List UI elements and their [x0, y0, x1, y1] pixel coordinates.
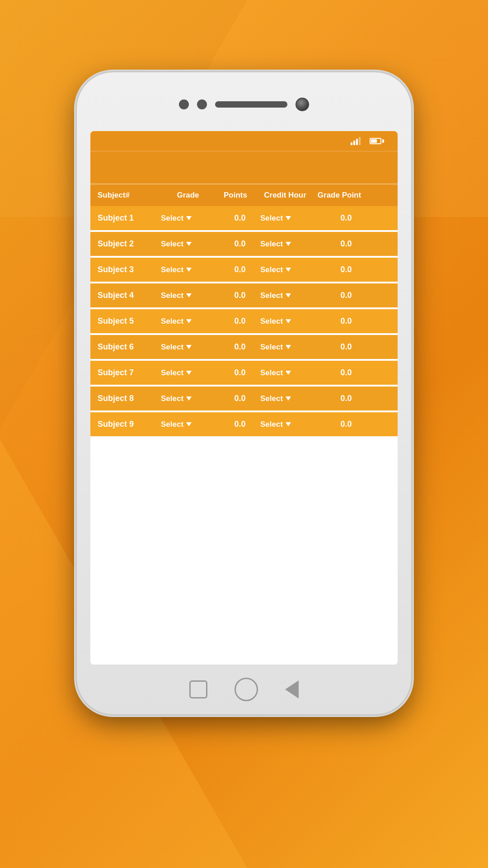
subject-label: Subject 3	[98, 265, 161, 274]
credit-select[interactable]: Select	[260, 420, 324, 429]
grade-point-value: 0.0	[324, 342, 369, 352]
table-row: Subject 9 Select 0.0 Select 0.0	[90, 412, 398, 438]
credit-select-label: Select	[260, 343, 283, 352]
credit-select[interactable]: Select	[260, 214, 324, 223]
grade-dropdown-arrow	[186, 371, 192, 375]
speaker-grille	[215, 101, 287, 108]
grade-dropdown-arrow	[186, 396, 192, 401]
signal-icon	[351, 137, 361, 145]
col-header-credit: Credit Hour	[256, 191, 314, 200]
grade-point-value: 0.0	[324, 239, 369, 249]
points-value: 0.0	[220, 265, 260, 274]
points-value: 0.0	[220, 420, 260, 429]
table-row: Subject 6 Select 0.0 Select 0.0	[90, 335, 398, 361]
credit-dropdown-arrow	[286, 293, 291, 297]
grade-dropdown-arrow	[186, 319, 192, 323]
grade-select-label: Select	[161, 420, 183, 429]
credit-select-label: Select	[260, 214, 283, 223]
front-camera	[296, 98, 309, 111]
grade-select[interactable]: Select	[161, 214, 220, 223]
phone-screen: Subject# Grade Points Credit Hour Grade …	[90, 131, 398, 665]
grade-dropdown-arrow	[186, 268, 192, 272]
subject-label: Subject 1	[98, 213, 161, 223]
credit-select-label: Select	[260, 291, 283, 300]
grade-point-value: 0.0	[324, 291, 369, 300]
subject-label: Subject 4	[98, 291, 161, 300]
credit-select[interactable]: Select	[260, 343, 324, 352]
points-value: 0.0	[220, 342, 260, 352]
battery-body	[370, 138, 381, 144]
grade-point-value: 0.0	[324, 265, 369, 274]
subject-label: Subject 2	[98, 239, 161, 249]
points-value: 0.0	[220, 316, 260, 326]
grade-select-label: Select	[161, 394, 183, 403]
table-row: Subject 1 Select 0.0 Select 0.0	[90, 206, 398, 232]
credit-dropdown-arrow	[286, 422, 291, 426]
credit-select-label: Select	[260, 394, 283, 403]
credit-select[interactable]: Select	[260, 317, 324, 326]
signal-bar-3	[356, 139, 358, 145]
points-value: 0.0	[220, 291, 260, 300]
table-row: Subject 2 Select 0.0 Select 0.0	[90, 232, 398, 258]
nav-back-button[interactable]	[285, 680, 299, 698]
grade-point-value: 0.0	[324, 394, 369, 403]
table-row: Subject 7 Select 0.0 Select 0.0	[90, 361, 398, 387]
credit-select[interactable]: Select	[260, 265, 324, 274]
grade-dropdown-arrow	[186, 293, 192, 297]
grade-select-label: Select	[161, 240, 183, 249]
grade-point-value: 0.0	[324, 368, 369, 377]
grade-select[interactable]: Select	[161, 368, 220, 377]
grade-select[interactable]: Select	[161, 317, 220, 326]
grade-select-label: Select	[161, 265, 183, 274]
table-row: Subject 5 Select 0.0 Select 0.0	[90, 309, 398, 335]
credit-select[interactable]: Select	[260, 394, 324, 403]
table-header: Subject# Grade Points Credit Hour Grade …	[90, 184, 398, 206]
signal-bar-1	[351, 142, 352, 145]
credit-dropdown-arrow	[286, 268, 291, 272]
subject-label: Subject 8	[98, 394, 161, 403]
credit-select-label: Select	[260, 265, 283, 274]
points-value: 0.0	[220, 213, 260, 223]
grade-select[interactable]: Select	[161, 291, 220, 300]
credit-select-label: Select	[260, 420, 283, 429]
grade-dropdown-arrow	[186, 345, 192, 349]
table-row: Subject 8 Select 0.0 Select 0.0	[90, 387, 398, 412]
signal-bar-2	[353, 141, 355, 145]
subject-label: Subject 7	[98, 368, 161, 377]
col-header-points: Points	[215, 191, 256, 200]
nav-recent-button[interactable]	[189, 680, 207, 698]
status-bar	[90, 131, 398, 151]
grade-point-value: 0.0	[324, 213, 369, 223]
grade-select[interactable]: Select	[161, 240, 220, 249]
credit-dropdown-arrow	[286, 242, 291, 246]
credit-select-label: Select	[260, 368, 283, 377]
phone-top	[77, 72, 411, 131]
nav-home-button[interactable]	[235, 678, 258, 701]
credit-dropdown-arrow	[286, 396, 291, 401]
grade-select-label: Select	[161, 343, 183, 352]
credit-select[interactable]: Select	[260, 291, 324, 300]
phone-shell: Subject# Grade Points Credit Hour Grade …	[77, 72, 411, 714]
grade-select[interactable]: Select	[161, 265, 220, 274]
battery-tip	[382, 139, 384, 143]
credit-dropdown-arrow	[286, 345, 291, 349]
grade-select[interactable]: Select	[161, 420, 220, 429]
grade-point-value: 0.0	[324, 420, 369, 429]
credit-select[interactable]: Select	[260, 240, 324, 249]
credit-dropdown-arrow	[286, 216, 291, 220]
phone-sensors	[179, 98, 309, 111]
credit-dropdown-arrow	[286, 371, 291, 375]
credit-select[interactable]: Select	[260, 368, 324, 377]
battery-fill	[371, 139, 377, 143]
table-row: Subject 4 Select 0.0 Select 0.0	[90, 283, 398, 309]
grade-dropdown-arrow	[186, 216, 192, 220]
phone-bottom-nav	[77, 665, 411, 714]
sensor-dot-right	[197, 99, 207, 109]
table-body: Subject 1 Select 0.0 Select 0.0 Subject …	[90, 206, 398, 665]
grade-select[interactable]: Select	[161, 343, 220, 352]
grade-dropdown-arrow	[186, 242, 192, 246]
col-header-grade: Grade	[161, 191, 215, 200]
app-header	[90, 151, 398, 184]
col-header-subject: Subject#	[98, 191, 161, 200]
grade-select[interactable]: Select	[161, 394, 220, 403]
